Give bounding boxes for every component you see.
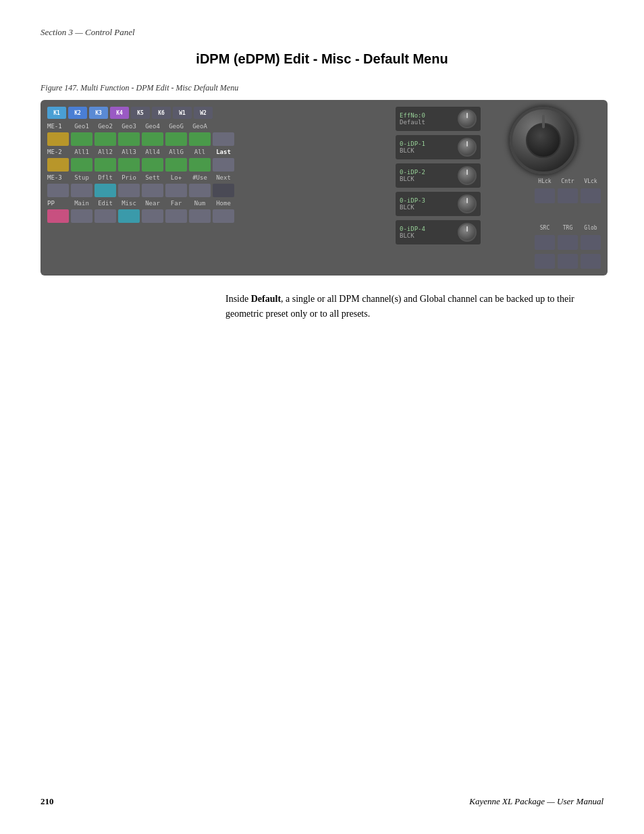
control-panel: K1 K2 K3 K4 K5 K6 W1 W2 ME-1 Geo1 Geo2 G… [41,100,608,276]
channel-block-0: EffNo:0 Default [396,107,481,131]
ch-sub-4: BLCK [400,232,454,239]
me2-all3: All3 [118,149,140,155]
me1-btn-6[interactable] [189,132,211,146]
key-w2[interactable]: W2 [194,107,213,119]
pp-btn-3[interactable] [118,209,140,223]
me2-btn-5[interactable] [165,158,187,172]
right-btn-b[interactable] [558,254,578,269]
me2-btn-3[interactable] [118,158,140,172]
glob-btn[interactable] [581,235,601,250]
pp-btn-row [47,209,387,223]
hlck-label: HLck [535,178,555,184]
ch-knob-3[interactable] [458,194,477,213]
me3-btn-1[interactable] [71,184,92,197]
me3-btn-6[interactable] [189,184,211,197]
ch-knob-4[interactable] [458,223,477,242]
me2-btn-4[interactable] [142,158,163,172]
me2-all4: All4 [142,149,163,155]
me1-btn-1[interactable] [71,132,92,146]
key-k3[interactable]: K3 [89,107,108,119]
panel-left: K1 K2 K3 K4 K5 K6 W1 W2 ME-1 Geo1 Geo2 G… [47,107,387,269]
trg-btn[interactable] [558,235,578,250]
hlck-btn[interactable] [535,188,555,203]
vlck-btn[interactable] [581,188,601,203]
big-knob[interactable] [510,107,577,174]
me1-btn-4[interactable] [142,132,163,146]
me1-text-row: ME-1 Geo1 Geo2 Geo3 Geo4 GeoG GeoA [47,123,387,130]
me2-btn-0[interactable] [47,158,69,172]
key-k5[interactable]: K5 [131,107,150,119]
me1-btn-0[interactable] [47,132,69,146]
right-btn-a[interactable] [535,254,555,269]
ch-sub-2: BLCK [400,176,454,182]
me1-btn-3[interactable] [118,132,140,146]
key-k1[interactable]: K1 [47,107,66,119]
me3-btn-5[interactable] [165,184,187,197]
me2-btn-6[interactable] [189,158,211,172]
me1-btn-7[interactable] [213,132,234,146]
pp-btn-5[interactable] [165,209,187,223]
me2-btn-2[interactable] [95,158,116,172]
page-number: 210 [41,796,54,807]
me3-label: ME-3 [47,174,69,181]
right-label-row-2: SRC TRG Glob [486,225,601,231]
vlck-label: VLck [581,178,601,184]
me3-btn-3[interactable] [118,184,140,197]
pp-btn-4[interactable] [142,209,163,223]
me1-geoa: GeoA [189,123,211,130]
section-label: Section 3 — Control Panel [41,27,603,38]
pp-btn-1[interactable] [71,209,92,223]
pp-btn-0[interactable] [47,209,69,223]
me3-btn-7[interactable] [213,184,234,197]
me3-btn-0[interactable] [47,184,69,197]
pp-far: Far [165,200,187,207]
description: Inside Default, a single or all DPM chan… [225,292,603,322]
desc-bold: Default [251,294,281,304]
ch-knob-2[interactable] [458,166,477,185]
me1-btn-row [47,132,387,146]
ch-knob-1[interactable] [458,138,477,157]
ch-knob-0[interactable] [458,109,477,128]
me2-text-row: ME-2 All1 All2 All3 All4 AllG All Last [47,149,387,155]
right-btn-c[interactable] [581,254,601,269]
cntr-label: Cntr [558,178,578,184]
ch-text-4: 0-iDP-4 BLCK [400,226,454,239]
pp-btn-6[interactable] [189,209,211,223]
me2-btn-7[interactable] [213,158,234,172]
me2-btn-1[interactable] [71,158,92,172]
key-k2[interactable]: K2 [68,107,87,119]
me3-dflt: Dflt [95,174,116,181]
ch-sub-1: BLCK [400,147,454,154]
trg-label: TRG [558,225,578,231]
me3-btn-4[interactable] [142,184,163,197]
page-title: iDPM (eDPM) Edit - Misc - Default Menu [41,51,603,67]
pp-misc: Misc [118,200,140,207]
right-label-row-1: HLck Cntr VLck [486,178,601,184]
ch-label-4: 0-iDP-4 [400,226,454,232]
pp-btn-2[interactable] [95,209,116,223]
src-btn[interactable] [535,235,555,250]
me3-stup: Stup [71,174,92,181]
cntr-btn[interactable] [558,188,578,203]
ch-text-1: 0-iDP-1 BLCK [400,140,454,154]
me3-lo: Lo+ [165,174,187,181]
me1-btn-2[interactable] [95,132,116,146]
me3-btn-2[interactable] [95,184,116,197]
key-k6[interactable]: K6 [152,107,171,119]
ch-text-3: 0-iDP-3 BLCK [400,197,454,211]
key-k4[interactable]: K4 [110,107,129,119]
glob-label: Glob [581,225,601,231]
ch-sub-0: Default [400,119,454,126]
ch-label-3: 0-iDP-3 [400,197,454,204]
pp-num: Num [189,200,211,207]
me2-all2: All2 [95,149,116,155]
me3-prio: Prio [118,174,140,181]
big-knob-inner [526,123,561,158]
me1-geo3: Geo3 [118,123,140,130]
pp-btn-7[interactable] [213,209,234,223]
me1-btn-5[interactable] [165,132,187,146]
key-w1[interactable]: W1 [173,107,192,119]
me3-sett: Sett [142,174,163,181]
desc-before-bold: Inside [225,294,251,304]
ch-text-0: EffNo:0 Default [400,112,454,126]
